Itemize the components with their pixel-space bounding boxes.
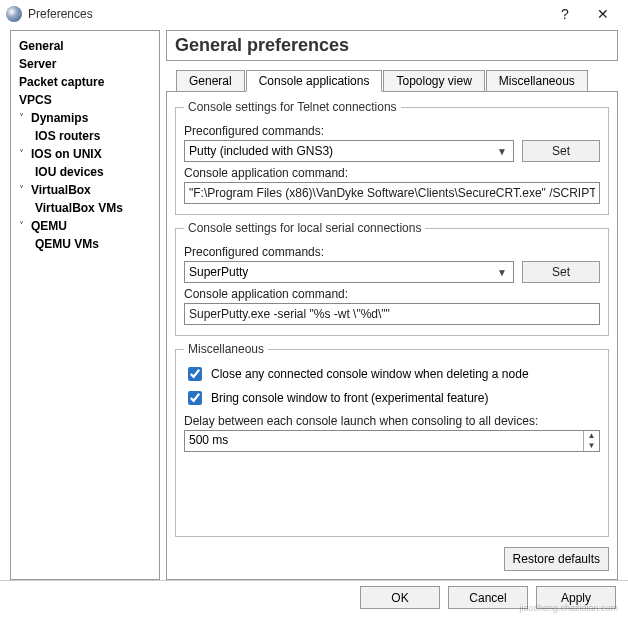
- tab-body: Console settings for Telnet connections …: [166, 91, 618, 580]
- serial-cmd-label: Console application command:: [184, 287, 600, 301]
- help-icon[interactable]: ?: [546, 1, 584, 27]
- telnet-cmd-label: Console application command:: [184, 166, 600, 180]
- chevron-down-icon: ▼: [495, 146, 509, 157]
- delay-spinner[interactable]: 500 ms ▲▼: [184, 430, 600, 452]
- sidebar-item-dynamips[interactable]: Dynamips: [15, 109, 155, 127]
- apply-button[interactable]: Apply: [536, 586, 616, 609]
- sidebar-item-qemu-vms[interactable]: QEMU VMs: [15, 235, 155, 253]
- sidebar-item-packet-capture[interactable]: Packet capture: [15, 73, 155, 91]
- restore-defaults-button[interactable]: Restore defaults: [504, 547, 609, 571]
- serial-set-button[interactable]: Set: [522, 261, 600, 283]
- group-telnet: Console settings for Telnet connections …: [175, 100, 609, 215]
- telnet-preconf-combo[interactable]: Putty (included with GNS3) ▼: [184, 140, 514, 162]
- chk-close-console[interactable]: [188, 367, 202, 381]
- footer: OK Cancel Apply: [0, 580, 628, 614]
- telnet-preconf-value: Putty (included with GNS3): [189, 144, 495, 158]
- group-misc-legend: Miscellaneous: [184, 342, 268, 356]
- group-telnet-legend: Console settings for Telnet connections: [184, 100, 401, 114]
- delay-label: Delay between each console launch when c…: [184, 414, 600, 428]
- telnet-cmd-input[interactable]: [184, 182, 600, 204]
- tabs: General Console applications Topology vi…: [166, 69, 618, 91]
- telnet-set-button[interactable]: Set: [522, 140, 600, 162]
- sidebar-item-qemu[interactable]: QEMU: [15, 217, 155, 235]
- chk-bring-front[interactable]: [188, 391, 202, 405]
- chk-close-console-label: Close any connected console window when …: [211, 367, 529, 381]
- group-serial: Console settings for local serial connec…: [175, 221, 609, 336]
- spinner-buttons[interactable]: ▲▼: [583, 431, 599, 451]
- delay-value: 500 ms: [185, 431, 583, 451]
- tab-general[interactable]: General: [176, 70, 245, 92]
- app-icon: [6, 6, 22, 22]
- tab-console-applications[interactable]: Console applications: [246, 70, 383, 92]
- serial-preconf-combo[interactable]: SuperPutty ▼: [184, 261, 514, 283]
- sidebar-item-server[interactable]: Server: [15, 55, 155, 73]
- serial-preconf-value: SuperPutty: [189, 265, 495, 279]
- chevron-up-icon[interactable]: ▲: [584, 431, 599, 441]
- sidebar-item-general[interactable]: General: [15, 37, 155, 55]
- page-title: General preferences: [166, 30, 618, 61]
- serial-cmd-input[interactable]: [184, 303, 600, 325]
- sidebar-item-vpcs[interactable]: VPCS: [15, 91, 155, 109]
- sidebar-item-iou-devices[interactable]: IOU devices: [15, 163, 155, 181]
- cancel-button[interactable]: Cancel: [448, 586, 528, 609]
- chevron-down-icon[interactable]: ▼: [584, 441, 599, 451]
- sidebar: General Server Packet capture VPCS Dynam…: [10, 30, 160, 580]
- group-misc: Miscellaneous Close any connected consol…: [175, 342, 609, 537]
- serial-preconf-label: Preconfigured commands:: [184, 245, 600, 259]
- sidebar-item-ios-routers[interactable]: IOS routers: [15, 127, 155, 145]
- sidebar-item-virtualbox[interactable]: VirtualBox: [15, 181, 155, 199]
- close-icon[interactable]: ✕: [584, 1, 622, 27]
- titlebar: Preferences ? ✕: [0, 0, 628, 28]
- tab-topology-view[interactable]: Topology view: [383, 70, 484, 92]
- chk-bring-front-label: Bring console window to front (experimen…: [211, 391, 488, 405]
- group-serial-legend: Console settings for local serial connec…: [184, 221, 425, 235]
- telnet-preconf-label: Preconfigured commands:: [184, 124, 600, 138]
- sidebar-item-ios-on-unix[interactable]: IOS on UNIX: [15, 145, 155, 163]
- sidebar-item-virtualbox-vms[interactable]: VirtualBox VMs: [15, 199, 155, 217]
- tab-miscellaneous[interactable]: Miscellaneous: [486, 70, 588, 92]
- chevron-down-icon: ▼: [495, 267, 509, 278]
- ok-button[interactable]: OK: [360, 586, 440, 609]
- window-title: Preferences: [28, 7, 93, 21]
